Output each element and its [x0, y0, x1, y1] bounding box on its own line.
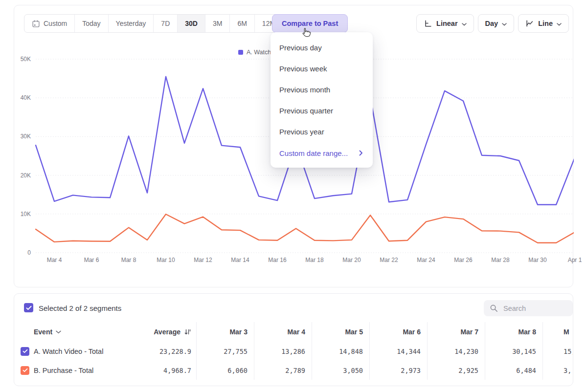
x-tick-label: Mar 4 [39, 257, 70, 263]
menu-item-previous-day[interactable]: Previous day [271, 37, 373, 58]
segments-header: Selected 2 of 2 segments [14, 294, 573, 322]
menu-item-previous-quarter[interactable]: Previous quarter [271, 100, 373, 121]
column-header-partial: M [542, 322, 573, 342]
column-header-mar-5[interactable]: Mar 5 [312, 322, 369, 342]
cell-value: 27,755 [196, 342, 254, 361]
y-tick-label: 20K [14, 172, 31, 179]
series-line-b-purchase[interactable] [36, 214, 574, 243]
sort-descending-icon [184, 328, 191, 335]
x-tick-label: Mar 6 [76, 257, 107, 263]
y-tick-label: 50K [14, 56, 31, 63]
chevron-down-icon [56, 330, 61, 334]
average-value: 4,968.7 [127, 361, 196, 380]
event-cell: A. Watch Video - Total [14, 342, 127, 361]
table-row[interactable]: B. Purchase - Total4,968.76,0602,7893,05… [14, 361, 573, 380]
x-tick-label: Mar 16 [262, 257, 293, 263]
column-header-event[interactable]: Event [14, 322, 127, 342]
menu-item-previous-week[interactable]: Previous week [271, 58, 373, 79]
compare-menu-list: Previous dayPrevious weekPrevious monthP… [271, 37, 373, 142]
select-all-checkbox[interactable] [24, 303, 33, 312]
segments-card: Selected 2 of 2 segments EventAverageMar… [14, 293, 573, 386]
search-input[interactable] [502, 304, 563, 313]
cell-value: 30,145 [485, 342, 542, 361]
x-tick-label: Mar 28 [485, 257, 516, 263]
search-icon [490, 304, 498, 312]
cell-value: 6,060 [196, 361, 254, 380]
cell-value-partial: 15, [542, 342, 573, 361]
check-icon [26, 305, 32, 310]
cell-value-partial: 3, [542, 361, 573, 380]
legend-swatch [238, 50, 243, 55]
cell-value: 14,848 [312, 342, 369, 361]
menu-item-previous-year[interactable]: Previous year [271, 121, 373, 142]
column-header-mar-6[interactable]: Mar 6 [369, 322, 427, 342]
x-tick-label: Mar 26 [448, 257, 479, 263]
y-tick-label: 10K [14, 211, 31, 218]
cell-value: 6,484 [485, 361, 542, 380]
cell-value: 14,344 [369, 342, 427, 361]
event-cell: B. Purchase - Total [14, 361, 127, 380]
search-box[interactable] [484, 300, 573, 316]
segments-table: EventAverageMar 3Mar 4Mar 5Mar 6Mar 7Mar… [14, 322, 573, 380]
column-header-mar-8[interactable]: Mar 8 [485, 322, 542, 342]
menu-item-previous-month[interactable]: Previous month [271, 79, 373, 100]
compare-dropdown-menu: Previous dayPrevious weekPrevious monthP… [271, 32, 373, 168]
x-tick-label: Mar 22 [373, 257, 405, 263]
y-tick-label: 30K [14, 133, 31, 140]
cell-value: 2,925 [427, 361, 485, 380]
x-tick-label: Mar 14 [225, 257, 256, 263]
x-tick-label: Mar 30 [522, 257, 553, 263]
table-header-row: EventAverageMar 3Mar 4Mar 5Mar 6Mar 7Mar… [14, 322, 573, 342]
chevron-right-icon [359, 149, 363, 157]
event-header-label: Event [34, 328, 52, 336]
y-tick-label: 40K [14, 94, 31, 101]
x-tick-label: Mar 10 [150, 257, 181, 263]
column-header-mar-7[interactable]: Mar 7 [427, 322, 485, 342]
cell-value: 13,286 [254, 342, 312, 361]
segment-checkbox[interactable] [21, 347, 29, 356]
column-header-average[interactable]: Average [127, 322, 196, 342]
average-header-label: Average [154, 328, 181, 336]
custom-date-range-label: Custom date range... [279, 149, 348, 157]
x-tick-label: Mar 20 [336, 257, 367, 263]
menu-item-custom-date-range[interactable]: Custom date range... [271, 142, 373, 164]
segment-checkbox[interactable] [21, 366, 29, 375]
cell-value: 14,230 [427, 342, 485, 361]
x-tick-label: Mar 18 [299, 257, 330, 263]
event-name: B. Purchase - Total [34, 367, 93, 374]
x-tick-label: Apr 1 [559, 257, 587, 263]
x-tick-label: Mar 12 [187, 257, 219, 263]
average-value: 23,228.9 [127, 342, 196, 361]
cell-value: 3,050 [312, 361, 369, 380]
column-header-mar-4[interactable]: Mar 4 [254, 322, 312, 342]
event-name: A. Watch Video - Total [34, 348, 103, 355]
selected-summary: Selected 2 of 2 segments [39, 304, 121, 312]
table-row[interactable]: A. Watch Video - Total23,228.927,75513,2… [14, 342, 573, 361]
column-header-mar-3[interactable]: Mar 3 [196, 322, 254, 342]
cell-value: 2,973 [369, 361, 427, 380]
x-tick-label: Mar 8 [113, 257, 144, 263]
cell-value: 2,789 [254, 361, 312, 380]
y-tick-label: 0 [14, 249, 31, 256]
x-tick-label: Mar 24 [410, 257, 442, 263]
